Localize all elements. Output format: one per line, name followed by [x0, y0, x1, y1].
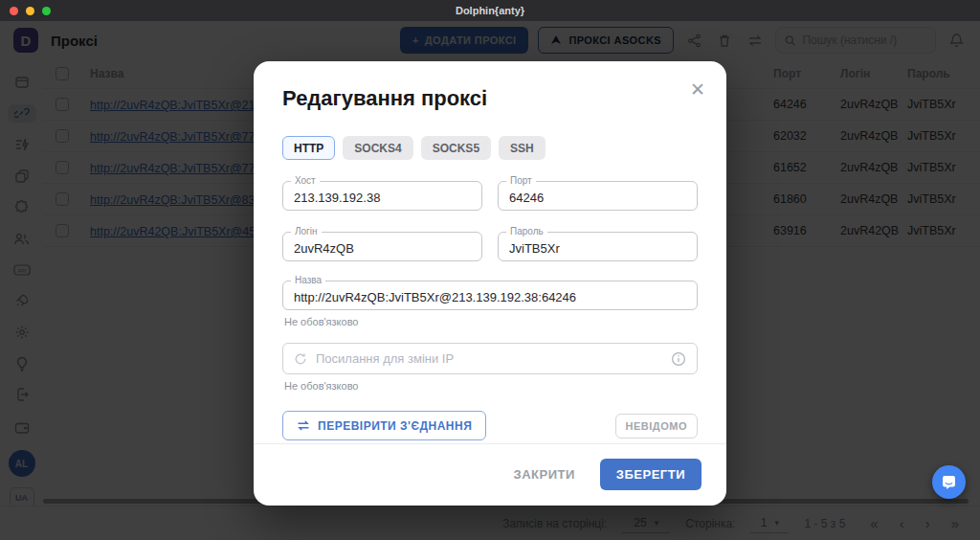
close-icon[interactable]: ✕	[690, 80, 705, 99]
minimize-window-button[interactable]	[26, 7, 34, 15]
refresh-icon	[294, 352, 307, 366]
tab-socks4[interactable]: SOCKS4	[343, 136, 412, 160]
password-label: Пароль	[506, 226, 547, 236]
optional-hint: Не обов'язково	[284, 380, 698, 392]
name-input[interactable]	[282, 281, 698, 310]
save-button[interactable]: ЗБЕРЕГТИ	[600, 459, 702, 490]
modal-title: Редагування проксі	[282, 86, 698, 111]
chat-icon	[941, 475, 957, 490]
traffic-lights	[10, 7, 51, 15]
edit-proxy-modal: Редагування проксі ✕ HTTP SOCKS4 SOCKS5 …	[254, 61, 726, 506]
optional-hint: Не обов'язково	[284, 316, 698, 327]
name-label: Назва	[291, 275, 325, 285]
swap-icon	[297, 420, 310, 431]
tab-socks5[interactable]: SOCKS5	[421, 136, 491, 160]
proxy-type-tabs: HTTP SOCKS4 SOCKS5 SSH	[282, 136, 698, 160]
change-ip-input[interactable]	[316, 351, 662, 366]
tab-http[interactable]: HTTP	[282, 136, 335, 160]
check-connection-button[interactable]: ПЕРЕВІРИТИ З'ЄДНАННЯ	[282, 411, 486, 440]
host-field: Хост	[282, 181, 482, 211]
host-label: Хост	[291, 175, 320, 186]
port-field: Порт	[498, 181, 698, 211]
macos-titlebar: Dolphin{anty}	[0, 0, 980, 21]
zoom-window-button[interactable]	[42, 7, 51, 15]
support-chat-button[interactable]	[932, 465, 966, 499]
status-badge: НЕВІДОМО	[615, 414, 698, 439]
info-icon[interactable]	[671, 351, 686, 367]
cancel-button[interactable]: ЗАКРИТИ	[514, 467, 575, 482]
login-label: Логін	[291, 226, 322, 236]
tab-ssh[interactable]: SSH	[499, 136, 546, 160]
close-window-button[interactable]	[10, 7, 18, 15]
name-field: Назва	[282, 281, 698, 310]
password-field: Пароль	[498, 232, 698, 261]
change-ip-field	[282, 343, 698, 374]
window-title: Dolphin{anty}	[456, 5, 524, 16]
login-field: Логін	[282, 232, 482, 261]
port-label: Порт	[506, 175, 536, 186]
